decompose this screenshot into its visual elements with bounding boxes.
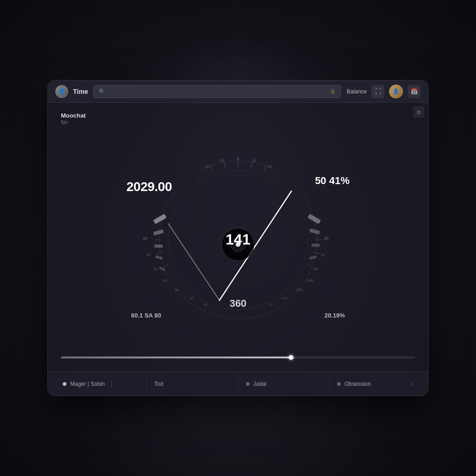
search-icon: 🔍 (99, 88, 106, 95)
nav-label-1: Tod (154, 381, 163, 387)
nav-item-1[interactable]: Tod (147, 372, 238, 396)
svg-rect-3 (153, 229, 164, 235)
nav-chevron: › (411, 381, 413, 387)
svg-rect-8 (309, 228, 320, 234)
nav-label-0: Mager | Sobin (70, 381, 105, 387)
nav-separator-0 (112, 380, 112, 388)
titlebar-right: Balance ⛶ 👤 📅 (347, 85, 421, 99)
svg-rect-7 (307, 213, 321, 224)
svg-text:25: 25 (220, 159, 224, 163)
stat-bottom-right: 20.19% (324, 312, 345, 319)
svg-text:25: 25 (146, 253, 151, 257)
svg-text:10: 10 (321, 253, 325, 257)
svg-text:25: 25 (324, 236, 329, 241)
section-subtitle: fgs (61, 119, 415, 125)
svg-text:5: 5 (237, 156, 239, 161)
expand-icon: ⛶ (375, 88, 381, 95)
expand-button[interactable]: ⛶ (371, 85, 384, 98)
svg-text:25: 25 (205, 165, 209, 169)
svg-text:145: 145 (307, 278, 313, 283)
svg-text:40: 40 (314, 267, 318, 271)
section-action-button[interactable]: ⧉ (413, 106, 424, 118)
calendar-icon: 📅 (410, 88, 418, 95)
progress-bar[interactable] (61, 357, 415, 358)
svg-rect-4 (154, 245, 163, 248)
app-window: 👤 Time 🔍 🔒 Balance ⛶ 👤 📅 ⧉ Moochat fgs (47, 80, 429, 396)
section-title: Moochat (61, 112, 415, 119)
progress-bar-fill (61, 357, 291, 358)
stat-right: 50 41% (315, 175, 350, 187)
stat-right-percent: 50 41% (315, 175, 350, 187)
gauge-center: 141 (225, 231, 250, 248)
svg-rect-5 (155, 255, 163, 260)
user-avatar-small[interactable]: 👤 (55, 85, 68, 98)
search-bar[interactable]: 🔍 🔒 (93, 85, 341, 98)
profile-avatar[interactable]: 👤 (389, 85, 403, 99)
nav-dot-3 (337, 382, 341, 386)
calendar-button[interactable]: 📅 (408, 85, 421, 98)
balance-label[interactable]: Balance (347, 88, 367, 95)
progress-dot (289, 355, 293, 360)
stat-bottom-right-value: 20.19% (324, 312, 345, 319)
copy-icon: ⧉ (417, 109, 421, 115)
security-icon: 🔒 (330, 88, 336, 94)
gauge-center-number: 141 (225, 231, 250, 248)
progress-section (61, 353, 415, 362)
svg-text:225: 225 (296, 288, 303, 292)
bottom-nav: Mager | Sobin Tod Jadal Obsession › (48, 371, 428, 396)
nav-item-0[interactable]: Mager | Sobin (55, 372, 147, 396)
chart-area: 5 10 15 25 25 25 10 40 145 225 215 23 20… (61, 131, 415, 348)
svg-text:23: 23 (269, 303, 273, 307)
stat-left-value: 2029.00 (126, 179, 172, 194)
svg-line-14 (224, 161, 225, 168)
nav-dot-0 (63, 382, 66, 386)
nav-item-3[interactable]: Obsession › (330, 372, 421, 396)
svg-text:30: 30 (204, 303, 208, 307)
svg-rect-9 (311, 244, 320, 247)
svg-text:20: 20 (143, 236, 147, 241)
nav-item-2[interactable]: Jadal (238, 372, 330, 396)
svg-rect-10 (309, 255, 317, 260)
svg-line-18 (307, 264, 312, 267)
svg-text:15: 15 (268, 165, 272, 169)
gauge-container: 5 10 15 25 25 25 10 40 145 225 215 23 20… (126, 152, 350, 328)
gauge-bottom-number: 360 (230, 298, 247, 310)
svg-text:20: 20 (153, 267, 158, 271)
svg-line-21 (164, 264, 169, 267)
svg-text:10: 10 (190, 296, 194, 300)
svg-text:40: 40 (163, 278, 167, 283)
svg-text:215: 215 (281, 296, 288, 300)
stat-left: 2029.00 (126, 179, 172, 194)
titlebar: 👤 Time 🔍 🔒 Balance ⛶ 👤 📅 (48, 80, 428, 103)
titlebar-left: 👤 Time (55, 85, 88, 98)
svg-rect-2 (153, 213, 166, 224)
app-title: Time (73, 88, 88, 95)
search-input[interactable] (108, 88, 326, 95)
nav-dot-2 (246, 382, 250, 386)
nav-label-3: Obsession (344, 381, 371, 387)
stat-bottom-left: 60.1 SA 80 (131, 312, 161, 319)
svg-text:20: 20 (174, 288, 178, 292)
nav-label-2: Jadal (253, 381, 267, 387)
main-content: ⧉ Moochat fgs (48, 103, 428, 371)
section-header: Moochat fgs (61, 112, 415, 125)
stat-bottom-left-value: 60.1 SA 80 (131, 312, 161, 319)
svg-text:10: 10 (252, 159, 257, 163)
